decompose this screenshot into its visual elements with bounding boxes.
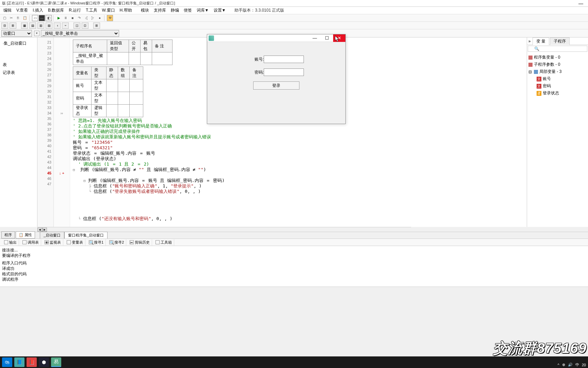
object-combo[interactable]: 动窗口 [1, 30, 32, 37]
bt-toolbox[interactable]: 工具箱 [153, 239, 174, 246]
tb-layout2-icon[interactable]: ▬ [39, 15, 45, 21]
menu-edit[interactable]: 编辑 [1, 7, 14, 14]
code-line[interactable]: └信息框 ("还没有输入账号和密码", 0, , ) [73, 216, 525, 221]
taskbar-ide-icon[interactable]: 易 [51, 357, 61, 367]
align3-icon[interactable]: ▦ [21, 22, 28, 29]
tree-node[interactable]: 记录表 [1, 69, 36, 77]
code-line[interactable]: 登录状态 ＝ 编辑框_账号.内容 ＝ 账号 [73, 151, 525, 156]
left-tab-program[interactable]: 程序 [1, 231, 15, 239]
method-combo[interactable]: _按钮_登录_被单击 [41, 30, 119, 37]
code-line[interactable]: 密码 ＝ "654321" [73, 145, 525, 151]
var-tree[interactable]: 程序集变量 - 0子程序参数 - 0⊟局部变量 - 3文账号文密码逻登录状态 [527, 52, 588, 98]
tb-layout3-icon[interactable]: ◧ [46, 15, 52, 21]
code-line[interactable]: └信息框 ("登录失败账号或者密码输入错误", 0, , ) [73, 189, 525, 194]
output-panel[interactable]: 接连接... 要编译的子程序 程序入口代码 译成功 格式目的代码 调试程序 [0, 246, 588, 287]
taskbar[interactable]: 🛍 📘 📕 ⬢ 易 ^ ⊕ 🔊 中 20 [0, 356, 588, 368]
bt-vartable[interactable]: 变量表 [65, 239, 85, 246]
tab-subs[interactable]: 子程序 [550, 37, 570, 45]
combo-close-icon[interactable]: × [34, 31, 39, 36]
tree-node[interactable]: ·集_启动窗口 [1, 40, 36, 47]
tb-break-icon[interactable]: ● [97, 15, 103, 21]
align5-icon[interactable]: ▥ [37, 22, 44, 29]
menu-support[interactable]: 支持库 [152, 7, 168, 14]
tb-tool-icon[interactable]: ⚒ [107, 15, 113, 21]
var-tree-item[interactable]: 逻登录状态 [528, 90, 587, 97]
menu-database[interactable]: B.数据库 [46, 7, 66, 14]
account-input[interactable] [264, 56, 304, 63]
var-tree-item[interactable]: 子程序参数 - 0 [528, 61, 587, 68]
var-tree-item[interactable]: 文密码 [528, 82, 587, 90]
scroll-right-icon[interactable]: ► [42, 228, 47, 232]
menu-insert[interactable]: I.插入 [31, 7, 45, 14]
align1-icon[interactable]: ⊟ [1, 22, 8, 29]
code-line[interactable] [73, 211, 525, 216]
code-line[interactable] [73, 172, 525, 178]
menu-run[interactable]: R.运行 [67, 7, 83, 14]
login-button[interactable]: 登录 [253, 81, 299, 90]
bt-cliphistory[interactable]: ✂剪辑历史 [128, 239, 152, 246]
tb-paste-icon[interactable]: 📋 [22, 15, 28, 21]
menu-window[interactable]: W.窗口 [100, 7, 117, 14]
var-search-input[interactable] [528, 46, 587, 52]
code-line[interactable]: ' 2.点击了登录按钮就判断账号密码是否输入正确 [73, 123, 525, 129]
menu-view[interactable]: V.查看 [14, 7, 30, 14]
tray-time[interactable]: 20 [582, 363, 586, 367]
left-tab-properties[interactable]: 📋 属性 [16, 231, 35, 239]
taskbar-app2-icon[interactable]: 📕 [27, 357, 37, 367]
code-hscroll[interactable]: ◄ ► [37, 227, 411, 232]
runtime-titlebar[interactable]: — ☐ ✕ [207, 34, 345, 42]
menu-help[interactable]: H.帮助 [118, 7, 134, 14]
menu-notes[interactable]: 便签 [182, 7, 194, 14]
tb-pause-icon[interactable]: ⏸ [63, 15, 69, 21]
tb-stepinto-icon[interactable]: ↓{ [83, 15, 89, 21]
align6-icon[interactable]: ▧ [46, 22, 52, 29]
code-line[interactable]: ' 调试输出 (1 ＝ 1 且 2 ＝ 2) [73, 162, 525, 167]
align4-icon[interactable]: ▤ [29, 22, 36, 29]
var-search[interactable] [527, 45, 588, 52]
code-line[interactable]: 调试输出 (登录状态) [73, 156, 525, 162]
menu-module[interactable]: 模块 [139, 7, 151, 14]
align7-icon[interactable]: ⫞ [54, 22, 61, 29]
code-line[interactable]: 账号 ＝ "123456" [73, 140, 525, 145]
runtime-minimize-button[interactable]: — [309, 34, 321, 42]
code-line[interactable] [73, 221, 525, 227]
runtime-app-window[interactable]: — ☐ ✕ 账号: 密码: 登录 [207, 34, 346, 124]
align10-icon[interactable]: ⊡ [82, 22, 88, 29]
runtime-close-button[interactable]: ✕ [333, 34, 345, 42]
code-line[interactable] [73, 200, 525, 205]
code-line[interactable]: ' 如果输入错误就重新输入账号和密码并且提示账号或者密码输入错误 [73, 134, 525, 140]
menu-dict[interactable]: 词库▼ [195, 7, 211, 14]
project-tree[interactable]: ·集_启动窗口 表 记录表 [0, 37, 37, 227]
menu-settings[interactable]: 设置▼ [212, 7, 228, 14]
tray-net-icon[interactable]: ⊕ [562, 363, 565, 367]
align8-icon[interactable]: ⫟ [62, 22, 69, 29]
menu-static[interactable]: 静编 [169, 7, 181, 14]
tb-layout1-icon[interactable]: ▭ [32, 15, 38, 21]
tree-node[interactable]: 表 [1, 61, 36, 69]
var-tree-item[interactable]: 文账号 [528, 75, 587, 82]
align11-icon[interactable]: ⊞ [93, 22, 100, 29]
taskbar-store-icon[interactable]: 🛍 [2, 357, 12, 367]
tb-stepout-icon[interactable]: }↑ [90, 15, 96, 21]
password-input[interactable] [264, 68, 304, 76]
expand-icon[interactable]: » [527, 39, 532, 44]
code-line[interactable]: ⊟判断 (编辑框_账号.内容 ＝ 账号 且 编辑框_密码.内容 ＝ 密码) [73, 178, 525, 183]
code-tab-window[interactable]: _启动窗口 [40, 232, 64, 239]
tb-run-icon[interactable]: ▶ [56, 15, 62, 21]
bt-find1[interactable]: 🔍搜寻1 [87, 239, 106, 246]
var-tree-item[interactable]: ⊟局部变量 - 3 [528, 68, 587, 75]
tray-vol-icon[interactable]: 🔊 [568, 363, 573, 367]
code-line[interactable]: ⊟ 判断 (编辑框_账号.内容 ≠ "" 且 编辑框_密码.内容 ≠ "") [73, 167, 525, 172]
code-line[interactable]: ├信息框 ("账号和密码输入正确", 1, "登录提示", ) [73, 183, 525, 189]
code-line[interactable] [73, 205, 525, 211]
bt-watch[interactable]: 👁监视表 [43, 239, 63, 246]
tab-variables[interactable]: 变 量 [533, 37, 549, 45]
var-tree-item[interactable]: 程序集变量 - 0 [528, 54, 587, 61]
scroll-left-icon[interactable]: ◄ [37, 228, 42, 232]
taskbar-app1-icon[interactable]: 📘 [14, 357, 24, 367]
tb-new-icon[interactable]: ▢ [1, 15, 7, 21]
tray-up-icon[interactable]: ^ [558, 363, 559, 367]
runtime-maximize-button[interactable]: ☐ [321, 34, 333, 42]
minimize-button[interactable]: — [576, 1, 586, 6]
menu-tools[interactable]: T.工具 [84, 7, 99, 14]
